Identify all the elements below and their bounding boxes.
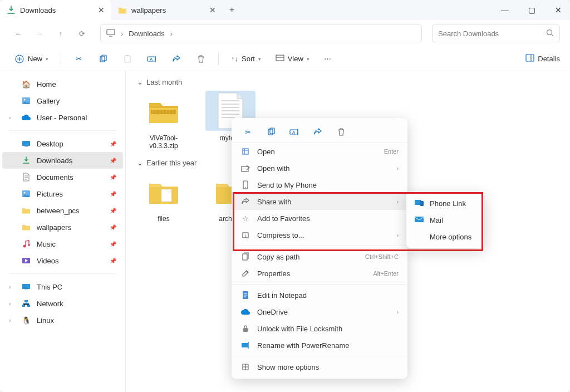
sidebar-item-user-personal[interactable]: ›User - Personal bbox=[0, 109, 125, 126]
sidebar-item-wallpapers[interactable]: wallpapers📌 bbox=[0, 219, 125, 236]
sidebar-item-this-pc[interactable]: ›This PC bbox=[0, 278, 125, 295]
ctx-send-phone[interactable]: Send to My Phone bbox=[232, 177, 407, 193]
forward-button[interactable]: → bbox=[31, 25, 48, 42]
pictures-icon bbox=[21, 189, 31, 199]
svg-rect-34 bbox=[243, 254, 247, 260]
home-icon: 🏠 bbox=[21, 79, 31, 89]
new-button[interactable]: New ▾ bbox=[10, 51, 53, 67]
sort-button[interactable]: ↑↓ Sort ▾ bbox=[227, 51, 266, 67]
ctx-unlock-locksmith[interactable]: Unlock with File Locksmith bbox=[232, 320, 407, 337]
sort-icon: ↑↓ bbox=[231, 55, 238, 63]
svg-point-32 bbox=[245, 187, 246, 188]
details-button[interactable]: Details bbox=[525, 54, 560, 63]
svg-rect-23 bbox=[151, 110, 176, 114]
ctx-show-more[interactable]: Show more options bbox=[232, 359, 407, 375]
share-button[interactable] bbox=[167, 51, 186, 67]
gallery-icon bbox=[21, 96, 31, 106]
close-icon[interactable]: ✕ bbox=[98, 6, 105, 14]
cut-button[interactable]: ✂ bbox=[69, 51, 88, 67]
ctx-onedrive[interactable]: OneDrive› bbox=[232, 303, 407, 320]
sidebar-item-documents[interactable]: Documents📌 bbox=[0, 169, 125, 185]
tab-wallpapers[interactable]: wallpapers ✕ bbox=[111, 0, 223, 20]
rename-button[interactable]: A bbox=[142, 51, 161, 67]
chevron-right-icon: › bbox=[9, 284, 16, 290]
share-submenu: Phone Link Mail More options bbox=[406, 192, 484, 248]
window-controls: — ▢ ✕ bbox=[497, 0, 567, 20]
pin-icon: 📌 bbox=[110, 208, 116, 214]
pin-icon: 📌 bbox=[110, 224, 116, 231]
svg-point-1 bbox=[547, 30, 552, 35]
maximize-button[interactable]: ▢ bbox=[523, 2, 540, 18]
separator bbox=[61, 53, 61, 65]
sidebar-item-music[interactable]: Music📌 bbox=[0, 236, 125, 252]
compress-icon bbox=[240, 230, 250, 240]
search-box[interactable] bbox=[432, 24, 560, 42]
rename-icon: A bbox=[147, 54, 157, 64]
ctx-powerrename[interactable]: Rename with PowerRename bbox=[232, 337, 407, 354]
ctx-compress[interactable]: Compress to...› bbox=[232, 227, 407, 243]
copy-button[interactable] bbox=[264, 125, 278, 139]
search-input[interactable] bbox=[438, 30, 542, 38]
group-header[interactable]: ⌄ Last month bbox=[137, 78, 559, 86]
ctx-edit-notepad[interactable]: Edit in Notepad bbox=[232, 287, 407, 303]
svg-point-15 bbox=[24, 192, 26, 194]
sidebar-item-linux[interactable]: ›🐧Linux bbox=[0, 312, 125, 329]
sidebar-item-gallery[interactable]: Gallery bbox=[0, 92, 125, 109]
submenu-more-options[interactable]: More options bbox=[406, 228, 484, 245]
delete-button[interactable] bbox=[191, 51, 210, 67]
paste-icon bbox=[122, 54, 132, 64]
tab-downloads[interactable]: Downloads ✕ bbox=[0, 0, 111, 20]
svg-rect-22 bbox=[27, 305, 30, 307]
share-button[interactable] bbox=[311, 125, 325, 139]
svg-text:A: A bbox=[292, 130, 296, 135]
view-button[interactable]: View ▾ bbox=[271, 51, 314, 67]
sidebar-item-network[interactable]: ›Network bbox=[0, 295, 125, 312]
close-icon[interactable]: ✕ bbox=[209, 6, 216, 14]
ctx-open[interactable]: OpenEnter bbox=[232, 143, 407, 160]
ctx-properties[interactable]: PropertiesAlt+Enter bbox=[232, 265, 407, 282]
delete-button[interactable] bbox=[334, 125, 348, 139]
sidebar-item-desktop[interactable]: Desktop📌 bbox=[0, 135, 125, 152]
svg-rect-5 bbox=[125, 56, 130, 62]
ctx-add-favorites[interactable]: ☆Add to Favorites bbox=[232, 210, 407, 227]
svg-rect-19 bbox=[22, 284, 30, 289]
new-tab-button[interactable]: + bbox=[223, 5, 241, 15]
rename-button[interactable]: A bbox=[287, 125, 302, 139]
sidebar-item-between-pcs[interactable]: between_pcs📌 bbox=[0, 202, 125, 219]
back-button[interactable]: ← bbox=[10, 25, 27, 42]
address-bar[interactable]: › Downloads › bbox=[100, 24, 422, 42]
open-icon bbox=[240, 146, 250, 156]
ctx-share-with[interactable]: Share with› bbox=[232, 193, 407, 210]
command-bar: New ▾ ✂ A ↑↓ Sort ▾ View ▾ ⋯ Details bbox=[0, 47, 570, 71]
pin-icon: 📌 bbox=[110, 158, 116, 164]
folder-item[interactable]: files bbox=[137, 171, 190, 223]
file-item-zip[interactable]: ViVeTool-v0.3.3.zip bbox=[137, 91, 190, 150]
svg-rect-41 bbox=[415, 217, 424, 222]
paste-button[interactable] bbox=[118, 51, 137, 67]
sidebar-item-videos[interactable]: Videos📌 bbox=[0, 252, 125, 269]
svg-rect-10 bbox=[526, 55, 534, 61]
folder-icon bbox=[118, 6, 127, 14]
star-icon: ☆ bbox=[240, 213, 250, 223]
chevron-right-icon: › bbox=[170, 30, 173, 38]
nav-bar: ← → ↑ ⟳ › Downloads › bbox=[0, 20, 570, 47]
share-icon bbox=[240, 197, 250, 207]
cut-button[interactable]: ✂ bbox=[240, 125, 255, 139]
sidebar-item-downloads[interactable]: Downloads📌 bbox=[2, 152, 123, 169]
address-location: Downloads bbox=[129, 30, 164, 38]
copy-button[interactable] bbox=[94, 51, 112, 67]
more-button[interactable]: ⋯ bbox=[320, 51, 336, 67]
submenu-mail[interactable]: Mail bbox=[406, 212, 484, 228]
submenu-phone-link[interactable]: Phone Link bbox=[406, 195, 484, 212]
sidebar-item-pictures[interactable]: Pictures📌 bbox=[0, 185, 125, 202]
up-button[interactable]: ↑ bbox=[52, 25, 69, 42]
chevron-down-icon: ▾ bbox=[307, 56, 309, 62]
ctx-copy-path[interactable]: Copy as pathCtrl+Shift+C bbox=[232, 248, 407, 265]
new-label: New bbox=[28, 55, 42, 63]
sidebar-item-home[interactable]: 🏠Home bbox=[0, 76, 125, 92]
chevron-right-icon: › bbox=[9, 317, 16, 324]
close-button[interactable]: ✕ bbox=[550, 2, 567, 18]
minimize-button[interactable]: — bbox=[497, 2, 513, 18]
ctx-open-with[interactable]: Open with› bbox=[232, 160, 407, 177]
refresh-button[interactable]: ⟳ bbox=[73, 25, 90, 42]
